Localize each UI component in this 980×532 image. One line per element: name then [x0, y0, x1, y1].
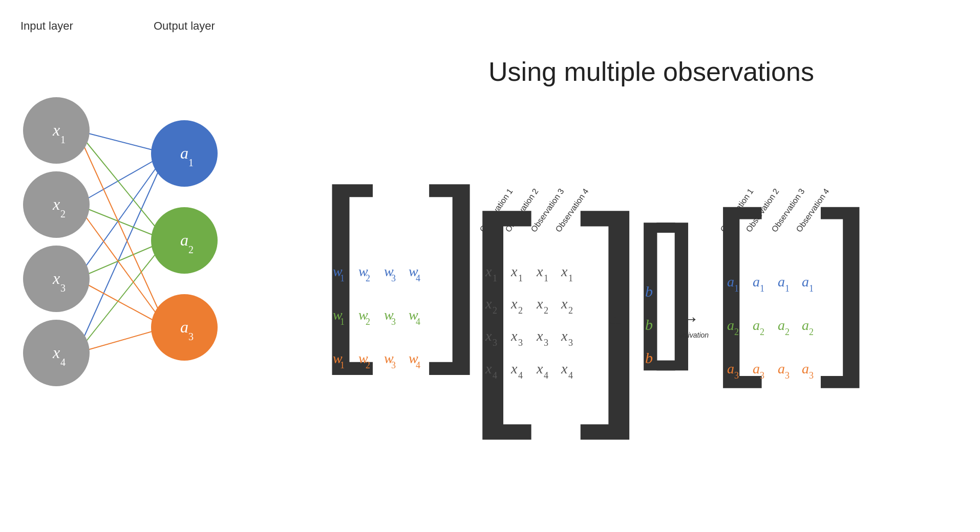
svg-text:2: 2 — [734, 327, 739, 337]
svg-text:a: a — [778, 317, 785, 333]
svg-text:[: [ — [465, 166, 534, 442]
svg-text:4: 4 — [416, 317, 420, 327]
svg-text:3: 3 — [568, 338, 573, 348]
svg-text:a: a — [180, 231, 188, 249]
svg-text:x: x — [561, 361, 568, 376]
svg-text:2: 2 — [785, 327, 790, 337]
svg-text:[: [ — [317, 147, 375, 378]
svg-text:1: 1 — [809, 283, 814, 294]
svg-text:3: 3 — [391, 360, 396, 370]
svg-text:x: x — [52, 269, 60, 287]
svg-text:x: x — [510, 328, 518, 344]
svg-text:3: 3 — [518, 338, 523, 348]
svg-text:3: 3 — [785, 370, 790, 381]
svg-text:x: x — [536, 328, 543, 344]
svg-text:x: x — [485, 328, 492, 344]
svg-text:3: 3 — [734, 370, 739, 381]
svg-text:x: x — [52, 121, 60, 139]
svg-text:x: x — [510, 296, 518, 312]
svg-text:a: a — [727, 317, 734, 333]
svg-text:a: a — [753, 274, 760, 290]
svg-text:]: ] — [819, 172, 874, 390]
svg-text:a: a — [727, 274, 734, 290]
svg-text:3: 3 — [60, 282, 66, 294]
svg-text:1: 1 — [60, 134, 66, 145]
svg-text:4: 4 — [493, 370, 497, 381]
svg-text:x: x — [561, 296, 568, 312]
svg-text:4: 4 — [60, 357, 66, 368]
svg-text:a: a — [778, 361, 785, 376]
svg-text:a: a — [753, 361, 760, 376]
svg-text:3: 3 — [493, 338, 497, 348]
svg-text:a: a — [180, 144, 188, 162]
input-layer-label: Input layer — [20, 19, 73, 33]
svg-text:2: 2 — [544, 305, 548, 316]
svg-text:1: 1 — [340, 317, 345, 327]
svg-text:1: 1 — [340, 273, 345, 283]
svg-text:+: + — [609, 311, 622, 335]
svg-text:4: 4 — [544, 370, 548, 381]
svg-text:2: 2 — [493, 305, 497, 316]
svg-text:3: 3 — [760, 370, 764, 381]
svg-text:1: 1 — [785, 283, 790, 294]
svg-text:3: 3 — [809, 370, 814, 381]
svg-text:b: b — [645, 316, 653, 333]
svg-text:1: 1 — [518, 273, 523, 283]
svg-text:2: 2 — [518, 305, 523, 316]
svg-text:2: 2 — [568, 305, 573, 316]
svg-text:x: x — [485, 296, 492, 312]
svg-text:2: 2 — [60, 208, 66, 219]
svg-text:x: x — [485, 361, 492, 376]
svg-text:x: x — [510, 361, 518, 376]
svg-text:4: 4 — [416, 360, 420, 370]
svg-text:x: x — [485, 263, 492, 279]
svg-text:x: x — [536, 361, 543, 376]
svg-text:x: x — [561, 263, 568, 279]
svg-text:a: a — [802, 317, 809, 333]
svg-text:2: 2 — [760, 327, 764, 337]
svg-text:3: 3 — [544, 338, 548, 348]
svg-text:activation: activation — [678, 331, 709, 339]
svg-text:a: a — [180, 318, 188, 336]
svg-text:2: 2 — [188, 244, 194, 255]
svg-text:b: b — [645, 283, 653, 300]
svg-text:1: 1 — [340, 360, 345, 370]
svg-text:x: x — [52, 343, 60, 362]
svg-text:4: 4 — [518, 370, 523, 381]
svg-text:2: 2 — [366, 273, 370, 283]
svg-text:a: a — [802, 274, 809, 290]
svg-text:1: 1 — [734, 283, 739, 294]
math-formula: [ w 1 w 2 w 3 w 4 w 1 w 2 w 3 w 4 w 1 w … — [302, 118, 968, 465]
svg-text:a: a — [778, 274, 785, 290]
svg-text:2: 2 — [366, 317, 370, 327]
svg-text:x: x — [510, 263, 518, 279]
svg-text:a: a — [802, 361, 809, 376]
svg-text:2: 2 — [809, 327, 814, 337]
svg-text:→: → — [681, 308, 699, 329]
svg-text:1: 1 — [760, 283, 764, 294]
page-title: Using multiple observations — [348, 56, 954, 87]
neural-network-diagram: x 1 x 2 x 3 x 4 a 1 a 2 a 3 — [10, 41, 236, 440]
svg-text:4: 4 — [568, 370, 573, 381]
svg-text:]: ] — [655, 194, 699, 372]
svg-text:1: 1 — [493, 273, 497, 283]
svg-text:b: b — [645, 349, 653, 366]
svg-text:a: a — [727, 361, 734, 376]
svg-text:x: x — [536, 296, 543, 312]
output-layer-label: Output layer — [154, 19, 215, 33]
svg-text:3: 3 — [391, 317, 396, 327]
svg-text:1: 1 — [568, 273, 573, 283]
svg-text:x: x — [536, 263, 543, 279]
svg-text:1: 1 — [544, 273, 548, 283]
svg-text:1: 1 — [188, 157, 194, 168]
svg-text:a: a — [753, 317, 760, 333]
svg-text:2: 2 — [366, 360, 370, 370]
svg-text:x: x — [52, 195, 60, 213]
svg-text:x: x — [561, 328, 568, 344]
svg-text:4: 4 — [416, 273, 420, 283]
svg-text:3: 3 — [391, 273, 396, 283]
svg-text:3: 3 — [188, 331, 194, 342]
